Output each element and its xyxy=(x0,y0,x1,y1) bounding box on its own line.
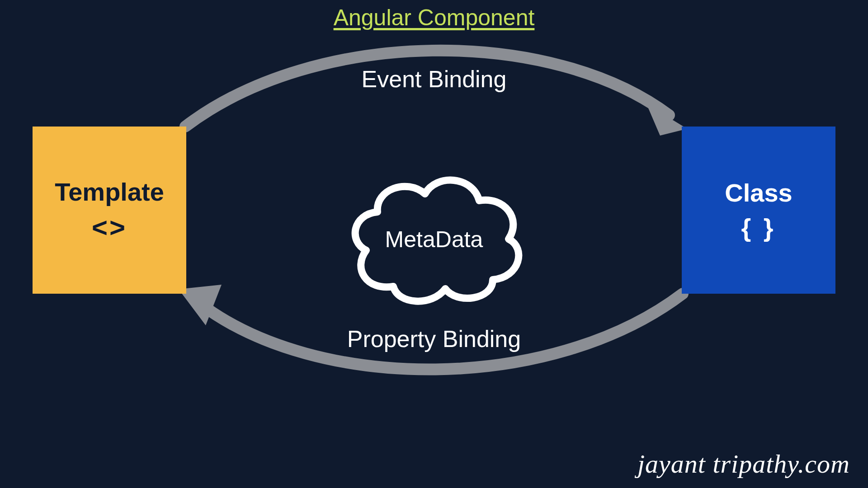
curly-braces-icon: { } xyxy=(741,213,776,242)
event-binding-label: Event Binding xyxy=(362,66,507,93)
metadata-label: MetaData xyxy=(385,226,483,253)
class-box-label: Class xyxy=(725,178,792,207)
diagram-stage: Angular Component Template <> Class { } … xyxy=(0,0,868,488)
watermark: jayant tripathy.com xyxy=(637,449,850,479)
class-box: Class { } xyxy=(682,127,835,294)
template-box: Template <> xyxy=(33,127,186,294)
template-box-label: Template xyxy=(55,177,164,206)
property-binding-label: Property Binding xyxy=(347,325,521,352)
metadata-cloud: MetaData xyxy=(339,164,529,309)
angle-brackets-icon: <> xyxy=(92,212,127,243)
